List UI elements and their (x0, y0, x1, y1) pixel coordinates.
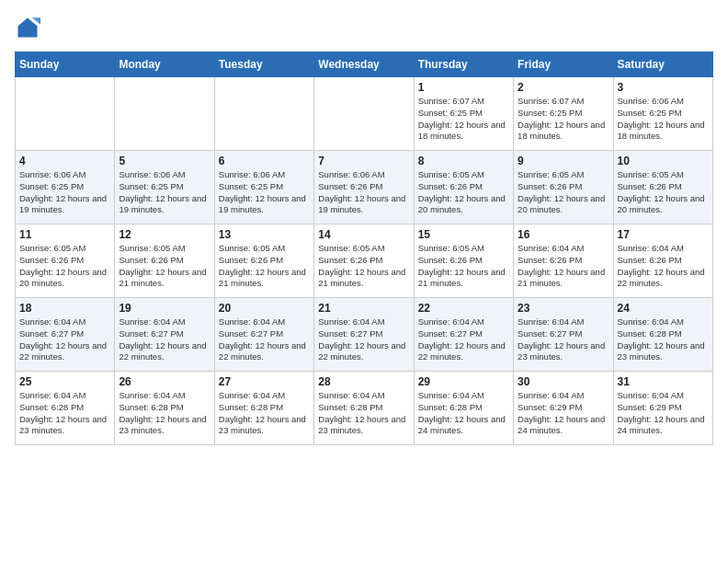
calendar-cell: 3Sunrise: 6:06 AM Sunset: 6:25 PM Daylig… (613, 77, 712, 151)
cell-info: Sunrise: 6:05 AM Sunset: 6:26 PM Dayligh… (19, 243, 110, 290)
page-header (15, 15, 713, 40)
cell-info: Sunrise: 6:04 AM Sunset: 6:28 PM Dayligh… (19, 390, 110, 437)
calendar-week-row: 1Sunrise: 6:07 AM Sunset: 6:25 PM Daylig… (16, 77, 713, 151)
cell-info: Sunrise: 6:05 AM Sunset: 6:26 PM Dayligh… (518, 169, 609, 216)
calendar-cell: 1Sunrise: 6:07 AM Sunset: 6:25 PM Daylig… (414, 77, 513, 151)
calendar-cell: 14Sunrise: 6:05 AM Sunset: 6:26 PM Dayli… (314, 224, 414, 298)
day-number: 23 (518, 302, 609, 315)
calendar-cell: 21Sunrise: 6:04 AM Sunset: 6:27 PM Dayli… (314, 298, 414, 372)
day-number: 24 (618, 302, 709, 315)
day-number: 13 (219, 228, 310, 241)
calendar-cell: 30Sunrise: 6:04 AM Sunset: 6:29 PM Dayli… (514, 372, 613, 445)
cell-info: Sunrise: 6:07 AM Sunset: 6:25 PM Dayligh… (418, 96, 509, 143)
calendar-cell: 31Sunrise: 6:04 AM Sunset: 6:29 PM Dayli… (613, 372, 712, 445)
cell-info: Sunrise: 6:04 AM Sunset: 6:27 PM Dayligh… (518, 316, 609, 363)
cell-info: Sunrise: 6:04 AM Sunset: 6:28 PM Dayligh… (219, 390, 310, 437)
calendar-cell: 5Sunrise: 6:06 AM Sunset: 6:25 PM Daylig… (115, 151, 214, 224)
day-number: 14 (318, 228, 409, 241)
calendar-week-row: 4Sunrise: 6:06 AM Sunset: 6:25 PM Daylig… (16, 151, 713, 224)
cell-info: Sunrise: 6:04 AM Sunset: 6:27 PM Dayligh… (318, 316, 409, 363)
day-number: 20 (219, 302, 310, 315)
calendar-cell: 6Sunrise: 6:06 AM Sunset: 6:25 PM Daylig… (214, 151, 313, 224)
cell-info: Sunrise: 6:04 AM Sunset: 6:29 PM Dayligh… (618, 390, 709, 437)
day-number: 16 (518, 228, 609, 241)
cell-info: Sunrise: 6:06 AM Sunset: 6:26 PM Dayligh… (318, 169, 409, 216)
day-number: 9 (518, 155, 609, 167)
cell-info: Sunrise: 6:04 AM Sunset: 6:27 PM Dayligh… (418, 316, 509, 363)
cell-info: Sunrise: 6:06 AM Sunset: 6:25 PM Dayligh… (19, 169, 110, 216)
day-number: 2 (518, 81, 609, 94)
day-number: 28 (318, 375, 409, 388)
day-number: 17 (618, 228, 709, 241)
cell-info: Sunrise: 6:04 AM Sunset: 6:26 PM Dayligh… (618, 243, 709, 290)
day-number: 31 (618, 375, 709, 388)
calendar-cell: 18Sunrise: 6:04 AM Sunset: 6:27 PM Dayli… (16, 298, 115, 372)
cell-info: Sunrise: 6:05 AM Sunset: 6:26 PM Dayligh… (318, 243, 409, 290)
weekday-header: Tuesday (214, 52, 313, 77)
cell-info: Sunrise: 6:04 AM Sunset: 6:28 PM Dayligh… (418, 390, 509, 437)
cell-info: Sunrise: 6:04 AM Sunset: 6:27 PM Dayligh… (119, 316, 210, 363)
cell-info: Sunrise: 6:04 AM Sunset: 6:27 PM Dayligh… (19, 316, 110, 363)
weekday-header: Monday (115, 52, 214, 77)
calendar-cell: 17Sunrise: 6:04 AM Sunset: 6:26 PM Dayli… (613, 224, 712, 298)
cell-info: Sunrise: 6:04 AM Sunset: 6:26 PM Dayligh… (518, 243, 609, 290)
cell-info: Sunrise: 6:06 AM Sunset: 6:25 PM Dayligh… (618, 96, 709, 143)
weekday-header: Sunday (16, 52, 115, 77)
day-number: 8 (418, 155, 509, 167)
cell-info: Sunrise: 6:05 AM Sunset: 6:26 PM Dayligh… (618, 169, 709, 216)
day-number: 11 (19, 228, 110, 241)
day-number: 18 (19, 302, 110, 315)
logo (15, 15, 44, 40)
weekday-header: Friday (514, 52, 613, 77)
calendar-cell: 2Sunrise: 6:07 AM Sunset: 6:25 PM Daylig… (514, 77, 613, 151)
weekday-header: Saturday (613, 52, 712, 77)
calendar-cell: 22Sunrise: 6:04 AM Sunset: 6:27 PM Dayli… (414, 298, 513, 372)
day-number: 4 (19, 155, 110, 167)
day-number: 5 (119, 155, 210, 167)
calendar-cell: 7Sunrise: 6:06 AM Sunset: 6:26 PM Daylig… (314, 151, 414, 224)
calendar-cell: 26Sunrise: 6:04 AM Sunset: 6:28 PM Dayli… (115, 372, 214, 445)
calendar-cell: 10Sunrise: 6:05 AM Sunset: 6:26 PM Dayli… (613, 151, 712, 224)
calendar-week-row: 18Sunrise: 6:04 AM Sunset: 6:27 PM Dayli… (16, 298, 713, 372)
day-number: 19 (119, 302, 210, 315)
calendar-cell: 9Sunrise: 6:05 AM Sunset: 6:26 PM Daylig… (514, 151, 613, 224)
day-number: 7 (318, 155, 409, 167)
logo-icon (15, 15, 40, 40)
day-number: 29 (418, 375, 509, 388)
day-number: 22 (418, 302, 509, 315)
calendar-cell: 28Sunrise: 6:04 AM Sunset: 6:28 PM Dayli… (314, 372, 414, 445)
calendar-cell: 16Sunrise: 6:04 AM Sunset: 6:26 PM Dayli… (514, 224, 613, 298)
calendar-cell: 13Sunrise: 6:05 AM Sunset: 6:26 PM Dayli… (214, 224, 313, 298)
calendar-cell: 29Sunrise: 6:04 AM Sunset: 6:28 PM Dayli… (414, 372, 513, 445)
cell-info: Sunrise: 6:05 AM Sunset: 6:26 PM Dayligh… (418, 243, 509, 290)
day-number: 27 (219, 375, 310, 388)
calendar-cell: 23Sunrise: 6:04 AM Sunset: 6:27 PM Dayli… (514, 298, 613, 372)
cell-info: Sunrise: 6:05 AM Sunset: 6:26 PM Dayligh… (219, 243, 310, 290)
calendar-cell (115, 77, 214, 151)
day-number: 26 (119, 375, 210, 388)
cell-info: Sunrise: 6:04 AM Sunset: 6:28 PM Dayligh… (618, 316, 709, 363)
cell-info: Sunrise: 6:06 AM Sunset: 6:25 PM Dayligh… (219, 169, 310, 216)
calendar-cell (16, 77, 115, 151)
calendar-table: SundayMondayTuesdayWednesdayThursdayFrid… (15, 52, 713, 445)
day-number: 21 (318, 302, 409, 315)
calendar-cell: 27Sunrise: 6:04 AM Sunset: 6:28 PM Dayli… (214, 372, 313, 445)
cell-info: Sunrise: 6:05 AM Sunset: 6:26 PM Dayligh… (119, 243, 210, 290)
calendar-cell: 19Sunrise: 6:04 AM Sunset: 6:27 PM Dayli… (115, 298, 214, 372)
calendar-cell: 12Sunrise: 6:05 AM Sunset: 6:26 PM Dayli… (115, 224, 214, 298)
day-number: 1 (418, 81, 509, 94)
calendar-header-row: SundayMondayTuesdayWednesdayThursdayFrid… (16, 52, 713, 77)
calendar-cell: 25Sunrise: 6:04 AM Sunset: 6:28 PM Dayli… (16, 372, 115, 445)
cell-info: Sunrise: 6:04 AM Sunset: 6:29 PM Dayligh… (518, 390, 609, 437)
day-number: 15 (418, 228, 509, 241)
day-number: 3 (618, 81, 709, 94)
svg-marker-0 (18, 18, 38, 38)
day-number: 12 (119, 228, 210, 241)
calendar-week-row: 25Sunrise: 6:04 AM Sunset: 6:28 PM Dayli… (16, 372, 713, 445)
weekday-header: Thursday (414, 52, 513, 77)
cell-info: Sunrise: 6:04 AM Sunset: 6:28 PM Dayligh… (318, 390, 409, 437)
calendar-cell: 8Sunrise: 6:05 AM Sunset: 6:26 PM Daylig… (414, 151, 513, 224)
day-number: 30 (518, 375, 609, 388)
cell-info: Sunrise: 6:04 AM Sunset: 6:27 PM Dayligh… (219, 316, 310, 363)
calendar-cell (214, 77, 313, 151)
